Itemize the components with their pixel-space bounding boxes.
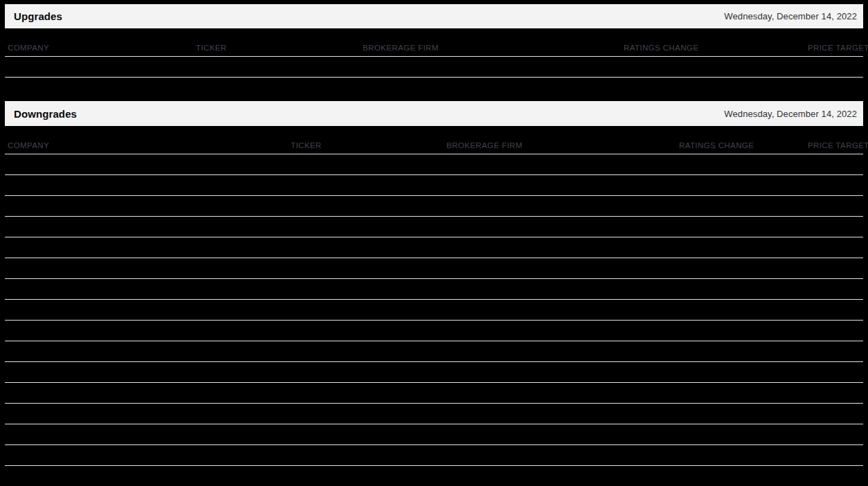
table-row [5,362,863,383]
downgrades-table-body [5,154,863,486]
ratings-page: Upgrades Wednesday, December 14, 2022 CO… [0,4,868,486]
column-header-price-target: PRICE TARGET [808,44,868,52]
table-row [5,175,863,196]
table-row [5,341,863,362]
table-row [5,196,863,217]
table-row [5,154,863,175]
section-title-downgrades: Downgrades [14,108,77,120]
table-row [5,466,863,486]
column-header-ratings-change: RATINGS CHANGE [679,141,808,150]
table-row [5,300,863,321]
table-row [5,258,863,279]
column-header-brokerage-firm: BROKERAGE FIRM [363,44,624,52]
column-header-ticker: TICKER [196,44,363,52]
upgrades-table-body [5,57,863,78]
section-title-upgrades: Upgrades [14,10,62,22]
section-date-downgrades: Wednesday, December 14, 2022 [724,109,857,119]
upgrades-column-header-row: COMPANY TICKER BROKERAGE FIRM RATINGS CH… [5,28,863,57]
table-row [5,404,863,424]
table-row [5,279,863,300]
upgrades-section: Upgrades Wednesday, December 14, 2022 CO… [0,4,868,78]
table-row [5,217,863,237]
downgrades-section: Downgrades Wednesday, December 14, 2022 … [0,101,868,486]
column-header-company: COMPANY [8,141,291,150]
table-row [5,383,863,404]
table-row [5,321,863,341]
column-header-company: COMPANY [8,44,196,52]
table-row [5,445,863,466]
table-row [5,424,863,445]
column-header-price-target: PRICE TARGET [808,141,868,150]
column-header-brokerage-firm: BROKERAGE FIRM [446,141,679,150]
downgrades-column-header-row: COMPANY TICKER BROKERAGE FIRM RATINGS CH… [5,126,863,154]
section-date-upgrades: Wednesday, December 14, 2022 [724,11,857,21]
downgrades-header-band: Downgrades Wednesday, December 14, 2022 [5,101,863,126]
column-header-ticker: TICKER [291,141,446,150]
table-row [5,237,863,258]
upgrades-header-band: Upgrades Wednesday, December 14, 2022 [5,4,863,28]
table-row [5,57,863,78]
column-header-ratings-change: RATINGS CHANGE [624,44,808,52]
